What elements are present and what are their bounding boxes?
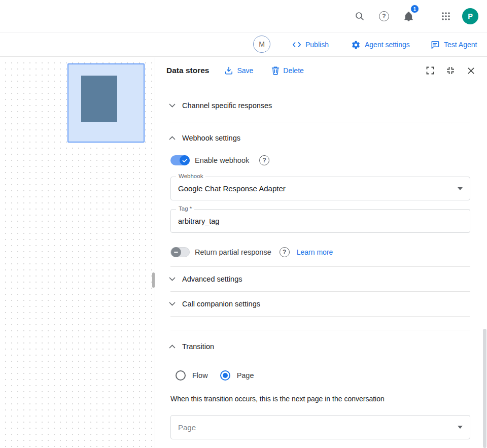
divider [170,122,470,122]
agent-settings-label: Agent settings [365,41,410,49]
gear-icon [351,40,361,50]
save-button[interactable]: Save [224,66,253,75]
chevron-down-icon [169,302,176,306]
selected-node[interactable] [67,63,145,143]
webhook-select-field[interactable]: Webhook Google Chat Response Adapter [170,177,470,200]
save-label: Save [237,66,253,75]
publish-label: Publish [305,41,329,49]
close-glyph [467,67,475,75]
chat-icon [430,40,440,50]
page-select-field[interactable]: Page [170,415,470,439]
close-icon[interactable] [465,64,477,77]
divider [170,316,470,317]
learn-more-link[interactable]: Learn more [297,248,333,256]
chevron-down-icon [169,104,176,108]
toggle-thumb [180,155,190,165]
chevron-down-icon [169,277,176,281]
account-avatar[interactable]: P [462,8,478,24]
partial-response-help-icon[interactable]: ? [280,247,290,257]
webhook-field-value: Google Chat Response Adapter [178,184,286,193]
trash-icon [271,66,280,75]
radio-unselected-icon [176,370,186,381]
fullscreen-exit-icon[interactable] [444,64,457,77]
flow-canvas[interactable] [0,57,155,448]
dropdown-arrow-icon [458,187,463,190]
canvas-scrollbar[interactable] [152,272,155,288]
section-transition[interactable]: Transition [169,340,470,353]
agent-toolbar: M Publish Agent settings Test Agent [0,32,487,57]
help-glyph: ? [379,11,389,21]
flow-radio-label: Flow [192,371,208,380]
page-select-placeholder: Page [178,423,196,432]
fullscreen-icon[interactable] [424,64,436,77]
save-icon [224,66,233,75]
agent-avatar[interactable]: M [253,36,270,53]
panel-scrollbar[interactable] [483,329,486,448]
agent-avatar-letter: M [259,40,265,48]
section-label: Channel specific responses [182,101,272,110]
search-glyph [355,11,365,21]
divider [170,330,470,330]
radio-selected-icon [220,370,230,381]
partial-response-toggle[interactable] [170,247,190,257]
top-app-bar: ? 1 P [0,0,487,32]
panel-title: Data stores [166,66,209,75]
window-controls [416,64,477,77]
section-label: Advanced settings [182,275,242,283]
delete-label: Delete [283,66,303,75]
test-agent-button[interactable]: Test Agent [430,32,477,57]
apps-grid-glyph [441,12,450,21]
topbar-actions: ? 1 P [350,6,478,26]
section-call-companion-settings[interactable]: Call companion settings [169,298,470,310]
dash-icon [174,252,178,253]
dropdown-arrow-icon [458,426,463,429]
transition-description: When this transition occurs, this is the… [170,395,385,403]
tag-field-label: Tag * [176,205,194,212]
partial-response-row: Return partial response ? Learn more [170,246,333,258]
check-icon [182,158,188,163]
test-agent-label: Test Agent [444,41,477,49]
partial-response-label: Return partial response [195,248,271,256]
notifications-icon[interactable]: 1 [398,6,419,26]
notification-badge: 1 [410,5,419,13]
toggle-thumb [171,247,181,257]
transition-target-radio-group: Flow Page [176,369,254,382]
screen: ? 1 P M Publish [0,0,487,448]
flow-radio-option[interactable]: Flow [176,370,208,381]
section-label: Call companion settings [182,300,260,308]
chevron-up-icon [169,344,176,349]
panel-header: Data stores Save Delete [166,63,477,78]
data-stores-panel: Data stores Save Delete [155,57,487,448]
webhook-help-icon[interactable]: ? [259,155,269,165]
divider [170,291,470,292]
node-preview [81,76,117,122]
divider [170,266,470,267]
code-icon [292,41,301,48]
fullscreen-glyph [426,66,435,75]
section-label: Transition [182,342,214,351]
publish-button[interactable]: Publish [292,32,329,57]
search-icon[interactable] [350,6,370,26]
delete-button[interactable]: Delete [271,66,303,75]
fullscreen-exit-glyph [446,66,455,75]
section-label: Webhook settings [182,134,240,142]
chevron-up-icon [169,136,176,140]
section-channel-specific-responses[interactable]: Channel specific responses [169,99,470,112]
apps-grid-icon[interactable] [436,6,456,26]
account-avatar-letter: P [468,12,473,20]
section-advanced-settings[interactable]: Advanced settings [169,273,470,285]
bell-glyph [404,11,413,22]
tag-field-value: arbitrary_tag [178,217,219,225]
section-webhook-settings[interactable]: Webhook settings [169,132,470,144]
webhook-field-label: Webhook [176,173,205,179]
agent-settings-button[interactable]: Agent settings [351,32,410,57]
enable-webhook-row: Enable webhook ? [170,154,269,166]
help-icon[interactable]: ? [374,6,394,26]
tag-input-field[interactable]: Tag * arbitrary_tag [170,209,470,233]
page-radio-label: Page [237,371,254,380]
enable-webhook-label: Enable webhook [195,156,249,164]
enable-webhook-toggle[interactable] [170,155,190,165]
page-radio-option[interactable]: Page [220,370,254,381]
